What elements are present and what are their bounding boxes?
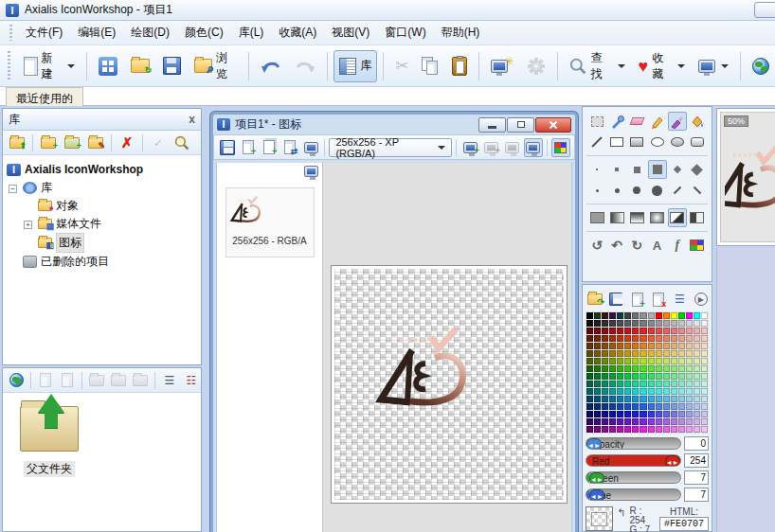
menu-edit[interactable]: 编辑(E) [70, 22, 123, 44]
undo-button[interactable] [255, 50, 287, 82]
menu-view[interactable]: 视图(V) [324, 22, 377, 44]
blue-value[interactable]: 7 [684, 488, 709, 502]
refresh-folder-button[interactable]: ↻ [125, 50, 155, 82]
red-value[interactable]: 254 [684, 453, 709, 468]
select-tool[interactable] [587, 112, 606, 131]
menu-window[interactable]: 窗口(W) [377, 22, 433, 44]
wizard-button[interactable]: ✳︎ [485, 50, 519, 82]
red-slider[interactable]: Red◄► [586, 454, 681, 467]
tree-item-media[interactable]: + ▤ 媒体文件 [7, 215, 197, 233]
brush-round-1[interactable] [587, 181, 606, 200]
web-download-button[interactable] [7, 371, 26, 390]
view-detail-button[interactable]: ☷ [182, 371, 201, 390]
fill-solid[interactable] [587, 208, 606, 227]
duplicate-format-button[interactable]: ⇄ [280, 138, 299, 157]
menu-help[interactable]: 帮助(H) [434, 22, 488, 44]
rect-outline-tool[interactable] [607, 133, 626, 151]
parent-folder-icon[interactable] [20, 406, 79, 452]
brush-size-4[interactable] [648, 160, 667, 179]
fill-gradient-h[interactable] [607, 208, 626, 227]
fill-gradient-radial[interactable] [648, 208, 667, 227]
delete-folder-button[interactable] [131, 371, 150, 390]
tree-item-root[interactable]: I Axialis IconWorkshop [7, 161, 197, 179]
flip-tool[interactable]: ↶ [607, 236, 626, 255]
editor-close-button[interactable] [535, 117, 571, 133]
add-folder-button[interactable]: + [38, 133, 59, 152]
tree-item-library[interactable]: − 库 [7, 179, 197, 197]
browse-button[interactable]: 🔎︎ 浏览 [189, 50, 243, 82]
favorites-dropdown-caret[interactable] [677, 64, 685, 68]
fill-two-tone[interactable] [688, 208, 707, 227]
save-palette-button[interactable] [608, 290, 623, 309]
rect-filled-tool[interactable] [627, 133, 646, 151]
color-palette-grid[interactable] [586, 311, 709, 434]
format-selector-dropdown[interactable]: 256x256 - XP (RGB/A) [329, 138, 452, 157]
brush-round-4[interactable] [648, 181, 667, 200]
effects-tool[interactable]: f [668, 236, 687, 255]
tab-recent[interactable]: 最近使用的 [6, 87, 83, 106]
tree-item-objects[interactable]: ● 对象 [7, 197, 197, 215]
remove-format-button[interactable] [503, 138, 522, 157]
menu-color[interactable]: 颜色(C) [177, 22, 231, 44]
brush-diamond-large[interactable] [688, 160, 707, 179]
edit-folder-button[interactable]: ✎︎ [85, 133, 106, 152]
search-library-button[interactable] [171, 133, 192, 152]
rotate-left-tool[interactable]: ↺ [587, 236, 606, 255]
new-folder-button[interactable] [87, 371, 106, 390]
menu-file[interactable]: 文件(F) [18, 22, 70, 44]
expand-icon[interactable]: + [24, 221, 32, 229]
new-button[interactable]: 新建 [18, 50, 81, 82]
library-panel-close-icon[interactable]: x [189, 113, 195, 126]
text-tool[interactable]: A [648, 236, 667, 255]
new-image-format2-button[interactable]: + [481, 138, 500, 157]
menu-draw[interactable]: 绘图(D) [123, 22, 177, 44]
green-value[interactable]: 7 [684, 470, 709, 485]
brush-round-3[interactable] [627, 181, 646, 200]
tree-item-deleted[interactable]: 已删除的项目 [7, 253, 197, 271]
find-button[interactable]: 查找 [564, 50, 630, 82]
cut-button[interactable]: ✂︎ [389, 50, 414, 82]
blue-slider[interactable]: Blue◄► [586, 488, 681, 501]
menu-library[interactable]: 库(L) [231, 22, 272, 44]
brush-size-3[interactable] [627, 160, 646, 179]
favorites-button[interactable]: ♥ 收藏 [633, 50, 691, 82]
editor-restore-button[interactable] [507, 117, 534, 133]
add-format-button[interactable]: + [239, 138, 258, 157]
grid-toggle-button[interactable] [551, 138, 570, 157]
new-image-format-button[interactable]: + [460, 138, 479, 157]
copy-button[interactable] [416, 50, 444, 82]
open-palette-button[interactable]: ↷ [587, 290, 603, 309]
brush-diamond-small[interactable] [668, 160, 687, 179]
fill-gradient-v[interactable] [627, 208, 646, 227]
opacity-value[interactable]: 0 [684, 436, 709, 451]
collapse-icon[interactable]: − [9, 185, 17, 193]
green-slider[interactable]: Green◄► [586, 471, 681, 484]
swap-colors-icon[interactable]: ↰ [617, 506, 625, 519]
add-subfolder-button[interactable]: + [62, 133, 82, 152]
screen-button[interactable] [693, 50, 734, 82]
editor-save-button[interactable] [218, 138, 237, 157]
web-button[interactable] [747, 50, 775, 82]
brush-round-2[interactable] [607, 181, 626, 200]
test-icon-button[interactable] [524, 138, 543, 157]
palette-menu-button[interactable]: ▶ [694, 290, 709, 309]
pencil-tool[interactable] [648, 112, 667, 131]
rotate-right-tool[interactable]: ↻ [627, 236, 646, 255]
screen-dropdown-caret[interactable] [721, 64, 729, 68]
thumb-badge-monitor-icon[interactable] [304, 166, 318, 177]
brush-slash[interactable] [668, 181, 687, 200]
ellipse-filled-tool[interactable] [668, 133, 687, 151]
opacity-slider[interactable]: Opacity◄► [586, 437, 681, 450]
editor-minimize-button[interactable] [478, 117, 506, 133]
delete-button[interactable]: ✗︎ [117, 133, 137, 152]
save-button[interactable] [157, 50, 187, 82]
eraser-tool[interactable] [627, 112, 646, 131]
new-library-item-button[interactable] [93, 50, 123, 82]
format-thumbnail[interactable]: 256x256 - RGB/A [225, 187, 315, 257]
paste-item-button[interactable] [58, 371, 77, 390]
fill-tool[interactable] [688, 112, 707, 131]
fill-gradient-diag[interactable] [668, 208, 687, 227]
rename-folder-button[interactable] [109, 371, 128, 390]
brush-size-2[interactable] [607, 160, 626, 179]
library-toggle-button[interactable]: 库 [333, 50, 377, 82]
